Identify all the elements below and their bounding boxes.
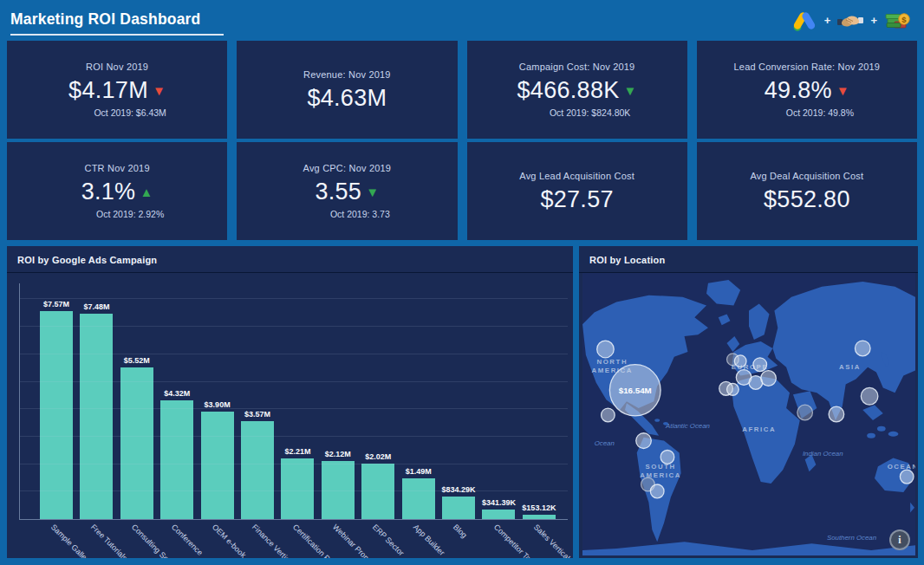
trend-down-icon: ▼ (366, 185, 379, 198)
roi-location-bubble[interactable] (602, 408, 615, 422)
roi-location-bubble[interactable] (636, 433, 652, 449)
continent-label: ASIA (839, 363, 861, 371)
bar-value-label: $5.52M (124, 356, 150, 365)
x-axis-category-label: Free Tutorials (89, 523, 129, 558)
bar[interactable] (40, 311, 73, 519)
roi-location-bubble[interactable] (797, 405, 813, 420)
x-axis-category-label: Sales Vertical (532, 523, 572, 558)
kpi-value: 3.55▼ (315, 179, 379, 204)
bar-chart-plot-area: $7.57M$7.48M$5.52M$4.32M$3.90M$3.57M$2.2… (19, 283, 568, 520)
bar[interactable] (80, 314, 113, 519)
ocean-label: Atlantic Ocean (665, 422, 711, 430)
ocean-label: Southern Ocean (827, 534, 877, 542)
info-icon[interactable]: i (889, 529, 910, 550)
kpi-card: Campaign Cost: Nov 2019$466.88K▼Oct 2019… (467, 41, 687, 139)
bar[interactable] (482, 510, 515, 519)
kpi-card: ROI Nov 2019$4.17M▼Oct 2019: $6.43M (7, 41, 227, 139)
plus-sign: + (870, 15, 877, 26)
map-title: ROI by Location (579, 246, 918, 273)
bar-group: $2.02M (361, 452, 394, 519)
kpi-label: Avg Lead Acquisition Cost (519, 171, 634, 181)
header-icons: + + $ (791, 10, 910, 32)
trend-down-icon: ▼ (153, 84, 166, 97)
continent-label: NORTH (596, 358, 628, 366)
kpi-previous-period: Oct 2019: 49.8% (786, 107, 854, 118)
bar[interactable] (281, 458, 314, 519)
bar[interactable] (442, 497, 475, 519)
bar-value-label: $4.32M (164, 389, 190, 398)
kpi-label: Avg Deal Acquisition Cost (750, 171, 863, 181)
roi-location-bubble[interactable] (855, 341, 870, 356)
kpi-label: Avg CPC: Nov 2019 (303, 163, 392, 173)
roi-location-bubble[interactable] (650, 484, 664, 498)
bar-value-label: $7.57M (43, 300, 69, 308)
trend-down-icon: ▼ (624, 84, 637, 97)
money-icon: $ (884, 10, 910, 31)
kpi-value: 3.1%▲ (81, 179, 153, 204)
roi-location-bubble[interactable] (734, 355, 746, 367)
x-axis-category-label: ERP Sector (371, 523, 406, 557)
kpi-previous-period: Oct 2019: $6.43M (94, 107, 166, 118)
kpi-card: CTR Nov 20193.1%▲Oct 2019: 2.92% (7, 142, 227, 240)
roi-location-bubble[interactable] (861, 387, 878, 405)
bar[interactable] (160, 400, 193, 519)
bar-group: $7.57M (40, 300, 73, 519)
bubble-value-label: $16.54M (619, 386, 652, 395)
bar-value-label: $153.12K (522, 503, 556, 512)
x-axis-category-label: Finance Vertical (251, 523, 296, 558)
trend-up-icon: ▲ (140, 185, 153, 198)
roi-by-location-panel: ROI by Location (579, 246, 918, 558)
kpi-card: Avg Deal Acquisition Cost$552.80 (697, 142, 917, 240)
kpi-grid: ROI Nov 2019$4.17M▼Oct 2019: $6.43MReven… (0, 39, 924, 240)
bar[interactable] (120, 367, 153, 519)
roi-location-bubble[interactable] (597, 341, 615, 358)
bar-group: $3.57M (241, 410, 274, 519)
world-map: NORTHAMERICAEUROPEASIAAFRICASOUTHAMERICA… (582, 273, 915, 555)
kpi-card: Avg CPC: Nov 20193.55▼Oct 2019: 3.73 (237, 142, 457, 240)
marketing-roi-dashboard: Marketing ROI Dashboard + + (0, 0, 924, 565)
google-ads-icon (791, 10, 817, 32)
kpi-card: Avg Lead Acquisition Cost$27.57 (467, 142, 687, 240)
bar-group: $3.90M (201, 400, 234, 519)
bar-group: $341.39K (482, 498, 515, 519)
svg-text:$: $ (901, 14, 907, 23)
gridline (20, 464, 568, 464)
bar[interactable] (402, 478, 435, 519)
bar[interactable] (201, 412, 234, 519)
plus-sign: + (824, 15, 831, 26)
x-axis-category-label: App Builder (412, 523, 446, 557)
roi-location-bubble[interactable] (660, 450, 674, 464)
bar-group: $2.12M (322, 450, 355, 519)
roi-location-bubble[interactable] (761, 371, 777, 386)
bar-chart: $7.57M$7.48M$5.52M$4.32M$3.90M$3.57M$2.2… (19, 283, 568, 558)
bar-chart-title: ROI by Google Ads Campaign (7, 246, 573, 273)
bar-value-label: $3.57M (244, 410, 270, 419)
kpi-value: $4.63M (307, 86, 387, 110)
bar-value-label: $1.49M (406, 467, 432, 476)
kpi-label: Lead Conversion Rate: Nov 2019 (734, 62, 881, 72)
bar-group: $7.48M (80, 302, 113, 519)
gridline (20, 490, 568, 491)
bar-value-label: $2.02M (365, 452, 391, 461)
roi-location-bubble[interactable] (753, 358, 767, 372)
gridline (20, 298, 568, 299)
kpi-label: Revenue: Nov 2019 (303, 69, 391, 80)
kpi-previous-period: Oct 2019: 3.73 (330, 209, 390, 219)
panels-row: ROI by Google Ads Campaign $7.57M$7.48M$… (0, 240, 924, 558)
roi-location-bubble[interactable] (900, 470, 914, 484)
kpi-label: Campaign Cost: Nov 2019 (519, 62, 635, 72)
bar[interactable] (523, 515, 556, 519)
x-axis-category-label: Sample Gallery (49, 523, 94, 558)
handshake-icon (837, 11, 863, 30)
kpi-value: $4.17M▼ (68, 78, 166, 102)
gridline (20, 381, 568, 382)
bar-group: $2.21M (281, 447, 314, 519)
roi-location-bubble[interactable] (727, 383, 739, 395)
header: Marketing ROI Dashboard + + (0, 0, 924, 39)
page-title: Marketing ROI Dashboard (10, 4, 224, 36)
ocean-label: Ocean (595, 439, 615, 447)
bar-value-label: $2.12M (325, 450, 351, 458)
continent-label: SOUTH (646, 463, 676, 471)
roi-location-bubble[interactable] (829, 406, 844, 422)
kpi-value: $466.88K▼ (517, 78, 637, 102)
